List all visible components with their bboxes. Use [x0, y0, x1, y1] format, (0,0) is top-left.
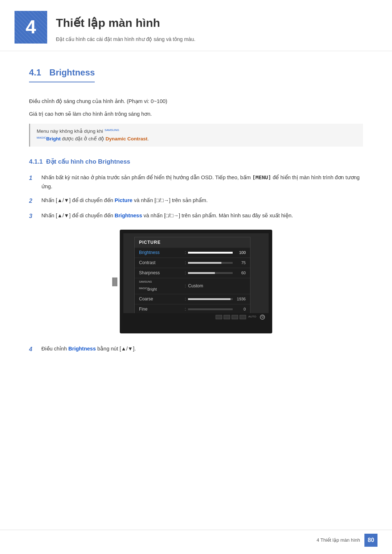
note-end: Dynamic Contrast [106, 136, 148, 141]
osd-bar-coarse-container: 1936 [188, 296, 246, 303]
step-4: 4 Điều chỉnh Brightness bằng nút [▲/▼]. [29, 344, 363, 354]
osd-fill-brightness [188, 252, 233, 254]
osd-value-fine: 0 [235, 306, 246, 313]
osd-header: PICTURE [135, 237, 250, 248]
osd-label-contrast: Contrast [139, 259, 183, 266]
osd-bar-coarse [188, 298, 233, 300]
osd-bar-fine [188, 308, 233, 310]
note-mid: được đặt ở chế độ [61, 136, 106, 141]
section-body2: Giá trị cao hơn sẽ làm cho hình ảnh trôn… [29, 110, 363, 119]
step-3: 3 Nhấn [▲/▼] để di chuyển đến Brightness… [29, 211, 363, 221]
footer-page-number: 80 [364, 534, 377, 547]
monitor-btn-left [216, 315, 222, 319]
osd-fill-contrast [188, 262, 221, 264]
monitor-power-btn: ⏻ [260, 315, 265, 320]
osd-bar-contrast-container: 75 [188, 260, 246, 266]
chapter-subtitle: Đặt cấu hình các cài đặt màn hình như độ… [56, 35, 195, 43]
step-2-text: Nhấn [▲/▼] để di chuyển đến Picture và n… [41, 196, 363, 205]
chapter-number: 4 [15, 11, 47, 44]
osd-fill-coarse [188, 298, 230, 300]
chapter-title: Thiết lập màn hình [56, 14, 195, 32]
monitor-screen: PICTURE Brightness : 100 [123, 233, 269, 313]
osd-value-sharpness: 60 [235, 270, 246, 276]
steps-list: 1 Nhấn bất kỳ nút nào ở phía trước sản p… [29, 173, 363, 221]
monitor-btn-enter [240, 315, 246, 319]
step-4-number: 4 [29, 344, 39, 354]
monitor-auto-text: AUTO [248, 315, 256, 319]
chapter-title-block: Thiết lập màn hình Đặt cấu hình các cài … [56, 11, 195, 44]
osd-row-magic-bright: SAMSUNGMAGICBright : Custom [135, 278, 250, 294]
step-4-list: 4 Điều chỉnh Brightness bằng nút [▲/▼]. [29, 344, 363, 354]
note-box: Menu này không khả dụng khi SAMSUNGMAGIC… [29, 124, 363, 147]
osd-label-magic-bright: SAMSUNGMAGICBright [139, 280, 183, 292]
osd-label-sharpness: Sharpness [139, 270, 183, 276]
main-content: 4.1 Brightness Điều chỉnh độ sáng chung … [0, 55, 392, 383]
monitor-screenshot: ▐▌ PICTURE Brightness : [29, 230, 363, 333]
step-3-number: 3 [29, 211, 39, 221]
page-footer: 4 Thiết lập màn hình 80 [0, 530, 392, 547]
step-2: 2 Nhấn [▲/▼] để di chuyển đến Picture và… [29, 196, 363, 206]
osd-row-fine: Fine : 0 [135, 304, 250, 313]
monitor-btn-plus [232, 315, 238, 319]
osd-row-contrast: Contrast : 75 [135, 258, 250, 268]
section-4-1-title: 4.1 Brightness [29, 66, 95, 82]
subsection-4-1-1-title: 4.1.1 Đặt cấu hình cho Brightness [29, 157, 363, 167]
osd-value-magic-bright: Custom [188, 283, 203, 290]
step-1-text: Nhấn bất kỳ nút nào ở phía trước sản phẩ… [41, 173, 363, 191]
step-1: 1 Nhấn bất kỳ nút nào ở phía trước sản p… [29, 173, 363, 191]
section-body1: Điều chỉnh độ sáng chung của hình ảnh. (… [29, 97, 363, 106]
step-1-number: 1 [29, 173, 39, 183]
osd-label-coarse: Coarse [139, 296, 183, 303]
osd-value-contrast: 75 [235, 260, 246, 266]
monitor-btn-minus [224, 315, 230, 319]
note-text: Menu này không khả dụng khi [37, 128, 105, 134]
chapter-header: 4 Thiết lập màn hình Đặt cấu hình các cà… [0, 0, 392, 51]
osd-row-sharpness: Sharpness : 60 [135, 268, 250, 278]
osd-fill-sharpness [188, 272, 215, 274]
osd-label-fine: Fine [139, 306, 183, 313]
step-2-number: 2 [29, 196, 39, 206]
osd-row-coarse: Coarse : 1936 [135, 294, 250, 304]
step-3-text: Nhấn [▲/▼] để di chuyển đến Brightness v… [41, 211, 363, 220]
osd-bar-sharpness-container: 60 [188, 270, 246, 276]
monitor-bottom-bar: AUTO ⏻ [123, 313, 269, 323]
osd-value-brightness: 100 [235, 250, 246, 256]
step-4-text: Điều chỉnh Brightness bằng nút [▲/▼]. [41, 344, 363, 353]
footer-text: 4 Thiết lập màn hình [317, 537, 360, 544]
monitor-side-icon: ▐▌ [110, 276, 120, 287]
osd-menu: PICTURE Brightness : 100 [134, 237, 250, 313]
osd-bar-fine-container: 0 [188, 306, 246, 313]
osd-bar-sharpness [188, 272, 233, 274]
osd-row-brightness: Brightness : 100 [135, 248, 250, 258]
osd-label-brightness: Brightness [139, 249, 183, 256]
monitor-body: PICTURE Brightness : 100 [120, 230, 272, 333]
section-4-1-header: 4.1 Brightness [29, 66, 363, 90]
osd-bar-brightness-container: 100 [188, 250, 246, 256]
osd-bar-brightness [188, 252, 233, 254]
monitor-wrapper: ▐▌ PICTURE Brightness : [120, 230, 272, 333]
osd-value-coarse: 1936 [235, 296, 246, 303]
osd-bar-contrast [188, 262, 233, 264]
